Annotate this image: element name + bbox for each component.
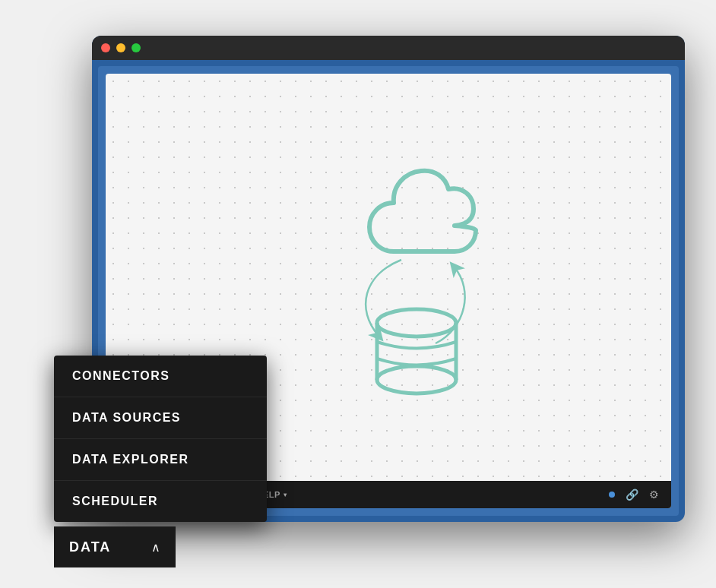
menu-item-data-explorer[interactable]: DATA EXPLORER [54, 439, 267, 481]
settings-icon[interactable]: ⚙ [649, 488, 659, 501]
menu-item-connectors[interactable]: CONNECTORS [54, 356, 267, 397]
help-caret-icon: ▾ [284, 492, 287, 498]
maximize-button[interactable] [131, 43, 141, 52]
data-trigger-caret-icon: ∧ [151, 540, 160, 555]
link-icon[interactable]: 🔗 [626, 488, 638, 501]
illustration [303, 157, 531, 400]
toolbar-actions: 🔗 ⚙ [609, 488, 659, 501]
scene: FILES DATA ▾ THEME ▾ HELP ▾ [31, 21, 685, 567]
database-icon [377, 309, 456, 394]
svg-point-0 [377, 309, 456, 337]
menu-item-scheduler[interactable]: SCHEDULER [54, 481, 267, 522]
titlebar [92, 36, 685, 60]
status-dot [609, 492, 615, 498]
data-trigger-button[interactable]: DATA ∧ [54, 526, 176, 567]
minimize-button[interactable] [116, 43, 125, 52]
data-dropdown-menu: CONNECTORS DATA SOURCES DATA EXPLORER SC… [54, 356, 267, 522]
data-trigger-label: DATA [69, 539, 111, 555]
close-button[interactable] [101, 43, 110, 52]
cloud-icon [369, 171, 476, 251]
menu-item-data-sources[interactable]: DATA SOURCES [54, 397, 267, 439]
svg-point-4 [377, 366, 456, 394]
